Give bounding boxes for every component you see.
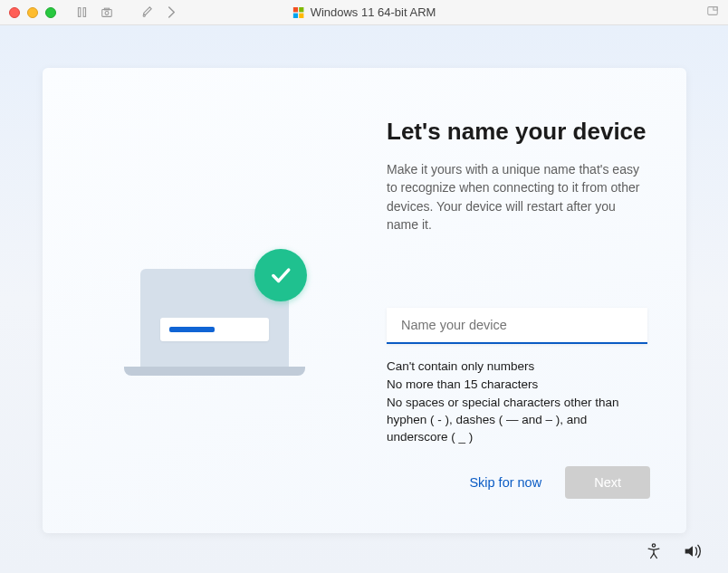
check-icon xyxy=(268,263,293,288)
pause-icon[interactable] xyxy=(76,6,88,18)
minimize-window-button[interactable] xyxy=(27,7,38,18)
volume-icon[interactable] xyxy=(683,542,703,564)
naming-rules: Can't contain only numbers No more than … xyxy=(387,358,650,446)
svg-rect-10 xyxy=(708,6,718,14)
svg-rect-7 xyxy=(299,7,303,12)
device-name-field-wrap xyxy=(387,308,647,344)
illustration-column xyxy=(43,68,387,533)
forward-icon[interactable] xyxy=(167,6,177,18)
rule-line: No more than 15 characters xyxy=(387,377,650,394)
accessibility-icon[interactable] xyxy=(645,542,663,564)
svg-rect-8 xyxy=(293,13,298,17)
footer-actions: Skip for now Next xyxy=(387,466,650,506)
maximize-window-button[interactable] xyxy=(45,7,56,18)
windows-icon xyxy=(292,6,305,19)
window-title: Windows 11 64-bit ARM xyxy=(292,5,436,19)
oobe-card: Let's name your device Make it yours wit… xyxy=(43,68,686,533)
checkmark-badge xyxy=(254,249,307,301)
svg-point-5 xyxy=(143,14,145,16)
snapshot-icon[interactable] xyxy=(101,6,113,19)
page-subtitle: Make it yours with a unique name that's … xyxy=(387,160,650,234)
settings-icon[interactable] xyxy=(140,5,154,19)
rule-line: No spaces or special characters other th… xyxy=(387,395,650,446)
svg-rect-6 xyxy=(293,7,298,12)
titlebar: Windows 11 64-bit ARM xyxy=(0,0,728,25)
svg-rect-0 xyxy=(78,8,80,17)
page-heading: Let's name your device xyxy=(387,118,650,146)
window-title-text: Windows 11 64-bit ARM xyxy=(311,5,436,19)
laptop-illustration xyxy=(124,242,305,396)
laptop-base xyxy=(124,367,305,376)
laptop-text-line xyxy=(169,327,215,332)
oobe-corner-icons xyxy=(645,542,703,564)
svg-rect-9 xyxy=(299,13,303,17)
laptop-name-field xyxy=(160,318,269,341)
svg-rect-2 xyxy=(102,9,112,16)
rule-line: Can't contain only numbers xyxy=(387,358,650,376)
toolbar xyxy=(76,5,177,19)
svg-point-3 xyxy=(105,11,109,14)
close-window-button[interactable] xyxy=(9,7,20,18)
vm-display: Let's name your device Make it yours wit… xyxy=(0,25,728,573)
expand-icon[interactable] xyxy=(706,5,719,21)
device-name-input[interactable] xyxy=(387,308,647,344)
skip-for-now-link[interactable]: Skip for now xyxy=(469,475,541,490)
content-column: Let's name your device Make it yours wit… xyxy=(387,68,686,533)
next-button[interactable]: Next xyxy=(565,466,650,499)
svg-point-12 xyxy=(652,544,655,547)
window-controls xyxy=(9,7,56,18)
svg-rect-1 xyxy=(83,8,85,17)
